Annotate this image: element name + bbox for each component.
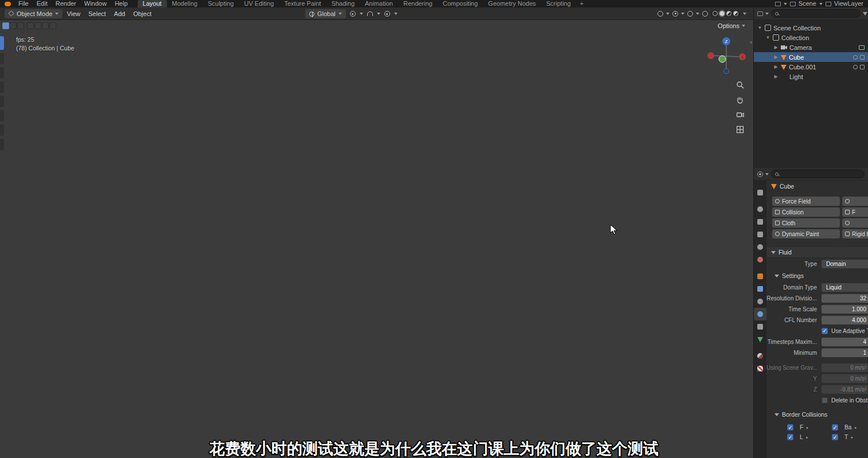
decorator-dot-icon[interactable]: • (854, 424, 857, 431)
tool-tab[interactable] (0, 110, 4, 122)
menu-object[interactable]: Object (129, 10, 155, 17)
expand-arrow-icon[interactable]: ▶ (773, 54, 779, 60)
tab-scene-properties[interactable] (754, 241, 766, 253)
tab-shading[interactable]: Shading (326, 0, 360, 7)
outliner-row-light[interactable]: ▶ Light (754, 72, 868, 81)
decorator-dot-icon[interactable]: • (851, 434, 853, 441)
wireframe-shading-icon[interactable] (713, 11, 718, 16)
navigation-gizmo[interactable]: Z x (706, 36, 747, 79)
pivot-point-icon[interactable] (350, 11, 356, 17)
modifier-icon[interactable] (853, 55, 858, 60)
tab-compositing[interactable]: Compositing (438, 0, 483, 7)
decorator-dot-icon[interactable]: • (806, 434, 808, 441)
tab-tool[interactable] (754, 186, 766, 199)
scene-selector[interactable]: Scene (799, 0, 816, 7)
tab-animation[interactable]: Animation (360, 0, 398, 7)
tab-render-properties[interactable] (754, 203, 766, 216)
tab-modifier-properties[interactable] (754, 283, 766, 295)
border-back-checkbox[interactable]: ✓ (832, 424, 838, 430)
menu-select[interactable]: Select (84, 10, 110, 17)
tab-physics-properties[interactable] (754, 308, 766, 320)
select-mode-icon[interactable] (17, 22, 24, 29)
tool-tab[interactable] (0, 67, 4, 79)
active-camera-icon[interactable] (859, 45, 865, 50)
tab-particle-properties[interactable] (754, 295, 766, 308)
menu-file[interactable]: File (14, 0, 33, 7)
menu-window[interactable]: Window (80, 0, 111, 7)
tab-modeling[interactable]: Modeling (167, 0, 203, 7)
tab-scripting[interactable]: Scripting (541, 0, 576, 7)
zoom-button[interactable] (735, 80, 745, 90)
tab-layout[interactable]: Layout (138, 0, 167, 7)
tab-output-properties[interactable] (754, 216, 766, 228)
viewlayer-selector[interactable]: ViewLayer (834, 0, 863, 7)
modifier-icon[interactable] (853, 65, 858, 69)
fluid-panel-header[interactable]: Fluid (766, 246, 868, 258)
sidebar-collapse-arrow[interactable]: ‹ (750, 38, 752, 45)
cfl-number-field[interactable]: 4.000 (822, 316, 868, 324)
snap-magnet-icon[interactable] (367, 11, 373, 16)
rendered-shading-icon[interactable] (733, 11, 738, 16)
select-mode-icon[interactable] (2, 22, 9, 29)
tab-texture-paint[interactable]: Texture Paint (279, 0, 326, 7)
tab-object-properties[interactable] (754, 270, 766, 283)
rigid-body-constraint-button[interactable]: Rigid B (842, 229, 868, 238)
delete-in-obstacle-checkbox[interactable] (822, 397, 828, 404)
select-mode-icon[interactable] (27, 22, 34, 29)
expand-arrow-icon[interactable]: ▼ (757, 25, 762, 30)
domain-type-dropdown[interactable]: Liquid (822, 283, 868, 292)
tab-geometry-nodes[interactable]: Geometry Nodes (483, 0, 541, 7)
breadcrumb-object-name[interactable]: Cube (780, 183, 794, 190)
xray-toggle-icon[interactable] (702, 11, 708, 17)
decorator-dot-icon[interactable]: • (806, 424, 808, 431)
select-mode-icon[interactable] (42, 22, 49, 29)
settings-panel-header[interactable]: Settings (766, 270, 868, 281)
material-preview-icon[interactable] (726, 11, 731, 16)
soft-body-button[interactable]: F (842, 208, 868, 217)
border-front-checkbox[interactable]: ✓ (787, 424, 793, 430)
add-workspace-button[interactable]: + (576, 0, 587, 7)
fluid-type-dropdown[interactable]: Domain (822, 260, 868, 268)
solid-shading-icon[interactable] (719, 11, 725, 16)
timesteps-max-field[interactable]: 4 (822, 338, 868, 346)
tab-constraint-properties[interactable] (754, 320, 766, 333)
overlays-toggle-icon[interactable] (687, 11, 693, 17)
properties-search-input[interactable] (781, 171, 861, 177)
menu-edit[interactable]: Edit (33, 0, 52, 7)
orthographic-toggle-button[interactable] (735, 124, 745, 135)
outliner-row-camera[interactable]: ▶ Camera (754, 42, 868, 52)
window-layout-icon[interactable] (775, 2, 781, 6)
pan-hand-button[interactable] (735, 95, 745, 105)
expand-arrow-icon[interactable]: ▶ (773, 74, 779, 79)
properties-editor-icon[interactable] (757, 171, 763, 177)
select-mode-icon[interactable] (10, 22, 17, 29)
tool-tab[interactable] (0, 53, 4, 64)
menu-view[interactable]: View (63, 10, 84, 17)
tab-uv-editing[interactable]: UV Editing (239, 0, 279, 7)
use-adaptive-checkbox[interactable]: ✓ (822, 328, 828, 334)
tab-view-layer-properties[interactable] (754, 228, 766, 241)
menu-help[interactable]: Help (111, 0, 132, 7)
collision-button[interactable]: Collision (772, 208, 840, 217)
menu-render[interactable]: Render (52, 0, 80, 7)
expand-arrow-icon[interactable]: ▼ (765, 35, 770, 40)
tab-world-properties[interactable] (754, 253, 766, 266)
outliner-display-mode-icon[interactable] (757, 11, 763, 16)
fluid-button[interactable] (842, 197, 868, 206)
cloth-button[interactable]: Cloth (772, 218, 840, 228)
outliner-search-input[interactable] (781, 10, 857, 17)
blender-logo-icon[interactable] (5, 2, 11, 6)
object-visibility-icon[interactable] (657, 11, 663, 17)
outliner-row-cube-001[interactable]: ▶ Cube.001 (754, 62, 868, 72)
timesteps-min-field[interactable]: 1 (822, 349, 868, 357)
tab-sculpting[interactable]: Sculpting (203, 0, 239, 7)
options-dropdown[interactable]: Options (718, 22, 745, 29)
mode-dropdown[interactable]: Object Mode (5, 9, 63, 18)
rigid-body-button[interactable] (842, 218, 868, 228)
time-scale-field[interactable]: 1.000 (822, 305, 868, 314)
tool-tab[interactable] (0, 81, 4, 93)
proportional-editing-icon[interactable] (384, 11, 390, 17)
border-left-checkbox[interactable]: ✓ (787, 434, 793, 440)
outliner-row-collection[interactable]: ▼ Collection (754, 33, 868, 42)
physics-badge-icon[interactable] (860, 55, 865, 60)
